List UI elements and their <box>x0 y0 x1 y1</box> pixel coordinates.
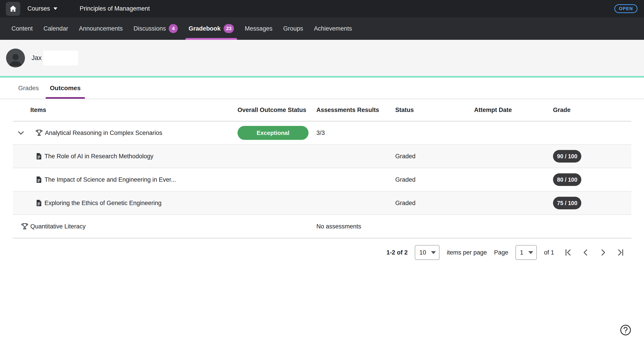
nav-label: Messages <box>245 25 272 32</box>
nav-item-messages[interactable]: Messages <box>242 17 276 40</box>
last-page-icon <box>616 248 625 257</box>
column-header-overall-outcome-status: Overall Outcome Status <box>238 107 316 114</box>
column-header-attempt-date: Attempt Date <box>474 107 553 114</box>
column-header-grade: Grade <box>553 107 632 114</box>
grade-badge: 75 / 100 <box>553 197 581 209</box>
nav-item-gradebook[interactable]: Gradebook 23 <box>186 17 237 40</box>
items-per-page-label: items per page <box>447 249 487 256</box>
outcome-row[interactable]: Analytical Reasoning in Complex Scenario… <box>13 121 632 145</box>
column-header-status: Status <box>395 107 474 114</box>
page-number-select[interactable]: 1 <box>516 245 537 260</box>
grade-badge: 90 / 100 <box>553 150 581 163</box>
items-per-page-value: 10 <box>419 249 426 256</box>
page-label: Page <box>494 249 508 256</box>
outcome-title: Quantitative Literacy <box>30 223 86 230</box>
avatar <box>6 49 25 68</box>
column-header-assessments-results: Assessments Results <box>316 107 395 114</box>
nav-label: Content <box>12 25 33 32</box>
first-page-button[interactable] <box>563 247 573 257</box>
page-of-label: of 1 <box>544 249 554 256</box>
lms-gradebook-page: Courses Principles of Management OPEN Co… <box>0 0 644 344</box>
courses-label: Courses <box>28 5 50 12</box>
dropdown-arrow-icon <box>431 251 436 254</box>
assessment-row: Exploring the Ethics of Genetic Engineer… <box>13 192 632 215</box>
chevron-down-icon <box>54 8 57 10</box>
pagination-buttons <box>563 247 626 257</box>
assignment-document-icon <box>35 152 42 160</box>
assessment-row: The Role of AI in Research Methodology G… <box>13 145 632 168</box>
assessment-title: The Impact of Science and Engineering in… <box>44 176 176 183</box>
discussions-count-badge: 4 <box>169 24 178 33</box>
course-title: Principles of Management <box>80 5 150 12</box>
home-button[interactable] <box>6 2 20 16</box>
person-icon <box>7 51 24 68</box>
user-band: Jax <box>0 40 644 76</box>
assessment-row: The Impact of Science and Engineering in… <box>13 168 632 192</box>
assignment-document-icon <box>35 176 42 184</box>
pagination-range: 1-2 of 2 <box>386 249 408 256</box>
previous-page-icon <box>581 248 590 257</box>
accent-divider <box>0 76 644 78</box>
tab-grades[interactable]: Grades <box>14 78 43 99</box>
assessments-results-value: 3/3 <box>316 130 395 137</box>
last-page-button[interactable] <box>616 247 626 257</box>
table-header-row: Items Overall Outcome Status Assessments… <box>13 99 632 121</box>
top-bar: Courses Principles of Management OPEN <box>0 0 644 17</box>
previous-page-button[interactable] <box>581 247 590 257</box>
help-icon <box>620 324 632 336</box>
nav-item-calendar[interactable]: Calendar <box>40 17 72 40</box>
nav-label: Calendar <box>44 25 68 32</box>
nav-label: Announcements <box>79 25 123 32</box>
courses-dropdown[interactable]: Courses <box>28 5 57 12</box>
pagination-bar: 1-2 of 2 10 items per page Page 1 of 1 <box>13 238 632 260</box>
gradebook-tabs: Grades Outcomes <box>0 78 644 99</box>
next-page-icon <box>598 248 608 257</box>
help-button[interactable] <box>620 324 632 336</box>
nav-item-groups[interactable]: Groups <box>280 17 306 40</box>
dropdown-arrow-icon <box>528 251 533 254</box>
nav-label: Gradebook <box>188 25 221 32</box>
items-per-page-select[interactable]: 10 <box>415 245 440 260</box>
course-nav: Content Calendar Announcements Discussio… <box>0 17 644 40</box>
nav-item-announcements[interactable]: Announcements <box>76 17 126 40</box>
open-badge: OPEN <box>614 4 638 13</box>
outcomes-table: Items Overall Outcome Status Assessments… <box>13 99 632 260</box>
assignment-document-icon <box>35 199 42 207</box>
collapse-outcome-button[interactable] <box>16 128 26 138</box>
nav-item-content[interactable]: Content <box>8 17 36 40</box>
assessment-title: Exploring the Ethics of Genetic Engineer… <box>44 200 162 207</box>
gradebook-count-badge: 23 <box>224 24 234 33</box>
user-name: Jax <box>32 54 42 62</box>
assessment-status: Graded <box>395 200 474 207</box>
tab-label: Grades <box>18 85 39 92</box>
nav-item-discussions[interactable]: Discussions 4 <box>130 17 181 40</box>
tab-label: Outcomes <box>50 85 81 92</box>
chevron-down-icon <box>17 129 25 137</box>
assessment-status: Graded <box>395 153 474 160</box>
column-header-items: Items <box>13 107 238 114</box>
outcome-trophy-icon <box>21 223 28 230</box>
first-page-icon <box>564 248 572 257</box>
outcome-trophy-icon <box>35 129 43 137</box>
home-icon <box>9 5 17 13</box>
assessment-status: Graded <box>395 176 474 183</box>
assessment-title: The Role of AI in Research Methodology <box>44 153 154 160</box>
nav-label: Achievements <box>314 25 352 32</box>
nav-label: Discussions <box>134 25 166 32</box>
nav-label: Groups <box>283 25 303 32</box>
tab-outcomes[interactable]: Outcomes <box>46 78 85 99</box>
outcome-status-badge: Exceptional <box>238 126 308 140</box>
nav-item-achievements[interactable]: Achievements <box>311 17 355 40</box>
outcome-title: Analytical Reasoning in Complex Scenario… <box>45 130 162 137</box>
redacted-name <box>43 51 78 66</box>
outcome-row: Quantitative Literacy No assessments <box>13 215 632 238</box>
grade-badge: 80 / 100 <box>553 173 581 186</box>
assessments-results-value: No assessments <box>316 223 395 230</box>
next-page-button[interactable] <box>598 247 608 257</box>
page-number-value: 1 <box>520 249 523 256</box>
